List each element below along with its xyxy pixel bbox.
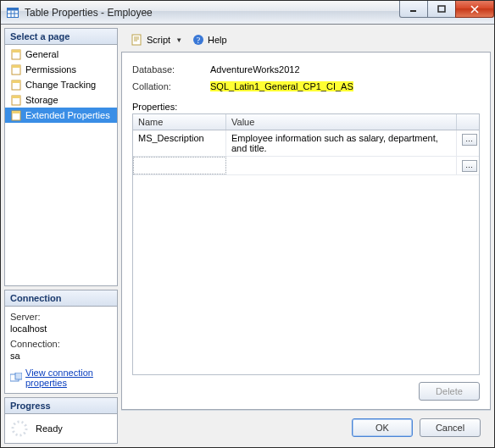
row-name-cell[interactable]: MS_Description	[133, 130, 226, 156]
svg-rect-6	[438, 6, 445, 12]
main-content: Database: AdventureWorks2012 Collation: …	[121, 52, 491, 410]
progress-panel: Progress Ready	[4, 397, 118, 444]
titlebar: Table Properties - Employee	[1, 1, 494, 25]
ellipsis-button[interactable]: …	[462, 160, 477, 172]
select-page-panel: Select a page General Permissions Change…	[4, 28, 118, 286]
delete-button[interactable]: Delete	[419, 382, 480, 401]
progress-status: Ready	[36, 423, 63, 434]
sidebar-item-label: Permissions	[25, 64, 76, 75]
chevron-down-icon: ▼	[175, 36, 182, 44]
window-controls	[399, 1, 494, 24]
svg-rect-1	[8, 8, 19, 10]
svg-rect-20	[132, 35, 141, 45]
script-button[interactable]: Script ▼	[128, 32, 186, 47]
row-value-cell[interactable]: Employee information such as salary, dep…	[226, 130, 457, 156]
svg-rect-16	[12, 111, 20, 113]
connection-value: sa	[10, 351, 112, 361]
svg-point-19	[13, 422, 26, 435]
col-name-header[interactable]: Name	[133, 114, 226, 130]
progress-body: Ready	[5, 414, 117, 443]
collation-field: Collation: SQL_Latin1_General_CP1_CI_AS	[132, 81, 480, 91]
right-column: Script ▼ ? Help Database: AdventureWorks…	[121, 28, 491, 444]
row-name-cell[interactable]	[133, 157, 226, 174]
cancel-button[interactable]: Cancel	[420, 418, 481, 437]
left-column: Select a page General Permissions Change…	[4, 28, 118, 444]
help-icon: ?	[192, 34, 204, 46]
toolbar: Script ▼ ? Help	[121, 28, 491, 52]
footer-buttons: OK Cancel	[121, 410, 491, 444]
svg-rect-18	[15, 373, 22, 379]
page-icon	[10, 64, 22, 75]
server-value: localhost	[10, 324, 112, 334]
sidebar-item-general[interactable]: General	[5, 47, 117, 62]
grid-body: MS_Description Employee information such…	[133, 130, 479, 374]
window-title: Table Properties - Employee	[25, 7, 399, 19]
dialog-window: Table Properties - Employee Select a pag…	[0, 0, 495, 448]
row-value-cell[interactable]	[226, 157, 457, 174]
dialog-body: Select a page General Permissions Change…	[1, 25, 494, 447]
sidebar-item-label: Extended Properties	[25, 110, 110, 120]
close-button[interactable]	[455, 1, 494, 18]
connection-panel: Connection Server: localhost Connection:…	[4, 290, 118, 394]
sidebar-item-label: Storage	[25, 95, 58, 105]
col-value-header[interactable]: Value	[226, 114, 457, 130]
svg-rect-14	[12, 96, 20, 98]
progress-spinner-icon	[10, 419, 29, 438]
svg-rect-12	[12, 80, 20, 83]
help-label: Help	[208, 35, 227, 45]
collation-label: Collation:	[132, 81, 210, 91]
connection-label: Connection:	[10, 339, 112, 349]
database-label: Database:	[132, 64, 210, 75]
page-list: General Permissions Change Tracking Stor…	[5, 45, 117, 285]
sidebar-item-label: Change Tracking	[25, 80, 96, 90]
maximize-button[interactable]	[427, 1, 456, 18]
select-page-header: Select a page	[5, 29, 117, 45]
ok-button[interactable]: OK	[352, 418, 413, 437]
page-icon	[10, 48, 22, 60]
database-field: Database: AdventureWorks2012	[132, 64, 480, 75]
progress-header: Progress	[5, 398, 117, 414]
grid-header: Name Value	[133, 114, 479, 130]
ellipsis-button[interactable]: …	[462, 134, 477, 146]
help-button[interactable]: ? Help	[189, 32, 231, 47]
database-value: AdventureWorks2012	[210, 64, 480, 75]
properties-label: Properties:	[132, 102, 480, 112]
sidebar-item-extended-properties[interactable]: Extended Properties	[5, 108, 117, 123]
page-icon	[10, 79, 22, 91]
row-action-cell: …	[457, 157, 479, 174]
connection-icon	[10, 373, 22, 383]
page-icon	[10, 109, 22, 121]
view-connection-properties-link[interactable]: View connection properties	[10, 368, 112, 388]
script-icon	[131, 34, 143, 46]
link-text: View connection properties	[25, 368, 112, 388]
row-action-cell: …	[457, 130, 479, 156]
table-row-new[interactable]: …	[133, 157, 479, 175]
properties-grid: Name Value MS_Description Employee infor…	[132, 113, 480, 375]
sidebar-item-storage[interactable]: Storage	[5, 92, 117, 108]
connection-header: Connection	[5, 290, 117, 307]
table-icon	[6, 6, 19, 19]
page-icon	[10, 94, 22, 106]
script-label: Script	[147, 35, 170, 45]
connection-body: Server: localhost Connection: sa View co…	[5, 307, 117, 393]
minimize-button[interactable]	[399, 1, 428, 18]
sidebar-item-change-tracking[interactable]: Change Tracking	[5, 77, 117, 92]
svg-text:?: ?	[197, 36, 201, 45]
svg-rect-8	[12, 50, 20, 53]
server-label: Server:	[10, 312, 112, 322]
svg-rect-10	[12, 65, 20, 68]
grid-button-row: Delete	[132, 375, 480, 401]
col-action-header	[457, 114, 479, 130]
collation-value: SQL_Latin1_General_CP1_CI_AS	[210, 81, 353, 91]
table-row[interactable]: MS_Description Employee information such…	[133, 130, 479, 157]
sidebar-item-label: General	[25, 49, 58, 59]
sidebar-item-permissions[interactable]: Permissions	[5, 62, 117, 77]
